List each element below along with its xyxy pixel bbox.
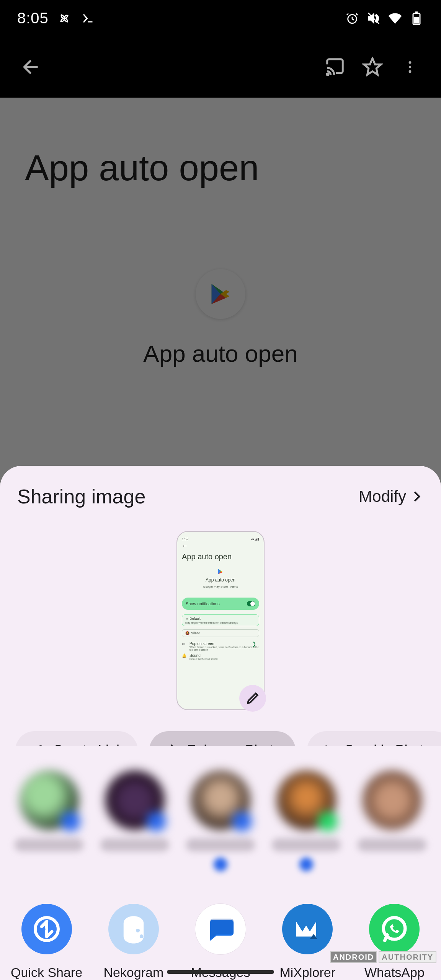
pinwheel-icon	[57, 11, 72, 26]
link-icon	[30, 742, 46, 746]
contact-name-placeholder	[186, 838, 255, 851]
photos-pinwheel-icon	[322, 742, 338, 746]
svg-point-6	[409, 66, 412, 69]
quick-share-icon	[21, 904, 72, 954]
page-content: App auto open App auto open Sharing imag…	[0, 98, 441, 980]
messages-icon	[195, 904, 246, 954]
back-button[interactable]	[17, 53, 45, 81]
svg-rect-2	[415, 11, 418, 13]
share-app-messages[interactable]: Messages	[177, 904, 264, 980]
create-link-chip[interactable]: Create Link	[15, 731, 138, 746]
avatar	[20, 771, 79, 830]
status-time: 8:05	[17, 10, 49, 27]
share-app-mixplorer[interactable]: MiXplorer Copy to…	[264, 904, 351, 980]
mute-icon	[366, 11, 381, 26]
wifi-icon	[388, 11, 402, 26]
svg-point-10	[140, 934, 144, 938]
modify-label: Modify	[359, 487, 406, 506]
share-app-whatsapp[interactable]: WhatsApp	[351, 904, 438, 980]
share-app-quick-share[interactable]: Quick Share	[3, 904, 90, 980]
sparkle-icon	[164, 742, 180, 746]
svg-point-4	[327, 74, 329, 75]
gesture-nav-bar[interactable]	[0, 970, 441, 974]
status-bar: 8:05	[0, 0, 441, 36]
app-badge	[214, 858, 227, 871]
sheet-title: Sharing image	[17, 485, 145, 508]
mixplorer-icon	[282, 904, 333, 954]
share-contact[interactable]	[268, 771, 345, 871]
share-apps-row: Quick Share Nekogram Messages MiXplorer	[0, 892, 441, 980]
chevron-right-icon	[410, 490, 424, 503]
cast-button[interactable]	[321, 53, 349, 81]
alarm-icon	[345, 11, 359, 26]
avatar	[191, 771, 250, 830]
avatar	[105, 771, 165, 830]
app-badge	[299, 858, 313, 871]
svg-point-7	[409, 70, 412, 73]
send-in-photos-chip[interactable]: Send in Photos	[307, 731, 441, 746]
overflow-menu-button[interactable]	[396, 53, 424, 81]
share-contact[interactable]	[96, 771, 173, 871]
battery-icon	[409, 11, 424, 26]
favorite-button[interactable]	[359, 53, 386, 81]
app-toolbar	[0, 36, 441, 98]
share-preview-thumbnail[interactable]: 1:52◂▴◢▮ ← App auto open App auto open G…	[176, 531, 265, 710]
svg-rect-3	[414, 17, 419, 24]
edit-icon	[239, 685, 266, 712]
contact-name-placeholder	[272, 838, 341, 851]
share-contact[interactable]	[182, 771, 259, 871]
modify-button[interactable]: Modify	[359, 487, 424, 506]
share-contact[interactable]	[354, 771, 430, 871]
terminal-icon	[80, 11, 95, 26]
share-app-nekogram[interactable]: Nekogram	[90, 904, 177, 980]
share-sheet: Sharing image Modify 1:52◂▴◢▮ ← App auto…	[0, 466, 441, 980]
contact-name-placeholder	[100, 838, 169, 851]
avatar	[363, 771, 422, 830]
watermark: ANDROIDAUTHORITY	[330, 951, 436, 963]
whatsapp-icon	[369, 904, 420, 954]
share-contact[interactable]	[11, 771, 87, 871]
action-chip-row: Create Link Enhance Photo Send in Photos…	[0, 710, 441, 746]
nekogram-icon	[108, 904, 159, 954]
enhance-photo-chip[interactable]: Enhance Photo	[149, 731, 296, 746]
share-contacts-row	[0, 746, 441, 892]
svg-point-5	[409, 61, 412, 64]
svg-point-9	[136, 929, 140, 933]
contact-name-placeholder	[358, 838, 426, 851]
avatar	[277, 771, 336, 830]
contact-name-placeholder	[15, 838, 83, 851]
